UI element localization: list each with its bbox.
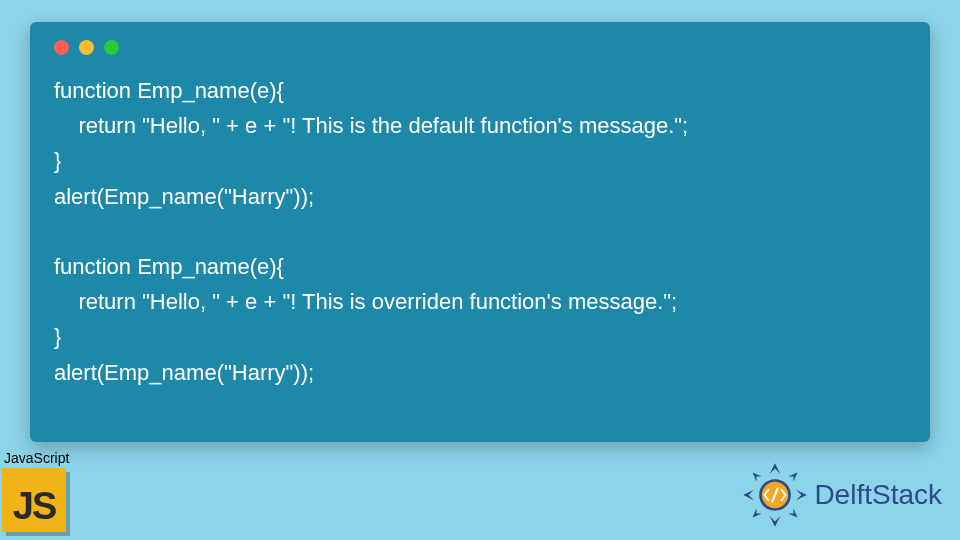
js-logo-text: JS (13, 485, 55, 528)
svg-marker-1 (770, 516, 781, 527)
close-icon (54, 40, 69, 55)
delftstack-logo-icon (742, 462, 808, 528)
svg-marker-3 (797, 490, 808, 501)
svg-marker-2 (744, 490, 755, 501)
svg-marker-7 (789, 508, 798, 517)
svg-marker-0 (770, 463, 781, 474)
svg-marker-5 (789, 473, 798, 482)
code-block: function Emp_name(e){ return "Hello, " +… (54, 73, 906, 390)
js-logo-icon: JS (2, 468, 66, 532)
maximize-icon (104, 40, 119, 55)
minimize-icon (79, 40, 94, 55)
delftstack-brand: DelftStack (742, 462, 942, 528)
brand-name: DelftStack (814, 479, 942, 511)
svg-marker-4 (753, 473, 762, 482)
svg-marker-6 (753, 508, 762, 517)
language-label: JavaScript (4, 450, 69, 466)
window-controls (54, 40, 906, 55)
code-window: function Emp_name(e){ return "Hello, " +… (30, 22, 930, 442)
javascript-badge: JavaScript JS (2, 450, 69, 532)
